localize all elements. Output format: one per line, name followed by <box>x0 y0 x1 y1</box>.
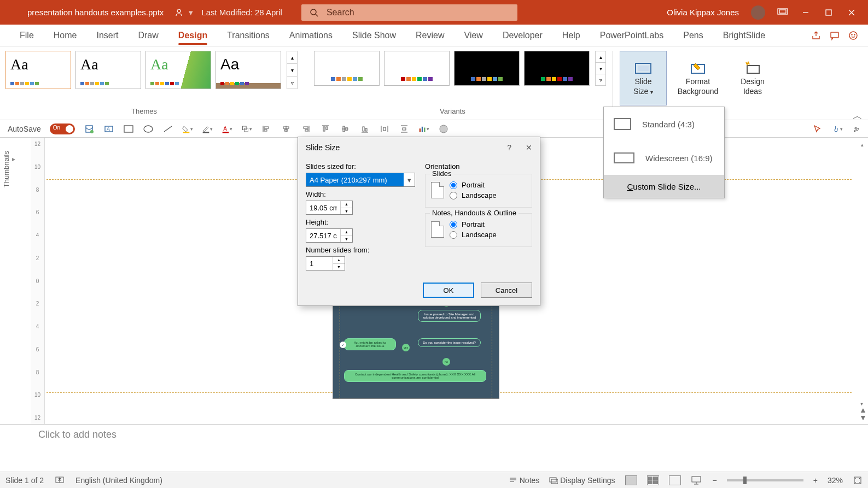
format-background-button[interactable]: Format Background <box>674 51 721 105</box>
number-spin-down[interactable]: ▼ <box>333 264 345 271</box>
width-spin-up[interactable]: ▲ <box>341 201 352 208</box>
reading-view-button[interactable] <box>669 475 681 485</box>
maximize-button[interactable] <box>823 7 834 18</box>
cancel-button[interactable]: Cancel <box>481 283 532 298</box>
variants-gallery-scroll[interactable]: ▴▾▿ <box>595 51 606 86</box>
save-icon[interactable] <box>84 124 95 134</box>
dialog-titlebar[interactable]: Slide Size ? ✕ <box>298 137 540 158</box>
tab-file[interactable]: File <box>10 25 44 46</box>
align-bottom-icon[interactable] <box>359 124 370 134</box>
slideshow-view-button[interactable] <box>691 475 703 485</box>
line-icon[interactable] <box>162 124 173 134</box>
tab-draw[interactable]: Draw <box>128 25 168 46</box>
chevron-down-icon[interactable]: ▾ <box>404 176 415 184</box>
tab-home[interactable]: Home <box>44 25 87 46</box>
slides-portrait-radio[interactable]: Portrait <box>450 181 497 189</box>
notes-pane[interactable]: Click to add notes <box>0 424 868 445</box>
prev-slide-icon[interactable]: ⯅ <box>860 408 866 414</box>
document-title[interactable]: presentation handouts examples.pptx ▾ <box>27 8 193 17</box>
height-spin-down[interactable]: ▼ <box>341 236 352 243</box>
shape-tool-icon[interactable] <box>438 124 449 134</box>
number-from-input[interactable] <box>306 257 333 270</box>
zoom-percent[interactable]: 32% <box>828 476 843 485</box>
normal-view-button[interactable] <box>625 475 637 485</box>
comments-icon[interactable] <box>830 31 840 40</box>
slide-preview[interactable]: no Issue passed to Site Manager and solu… <box>333 301 499 399</box>
scroll-down-icon[interactable]: ▾ <box>860 401 866 407</box>
dialog-close-button[interactable]: ✕ <box>526 143 532 152</box>
number-spin-up[interactable]: ▲ <box>333 257 345 264</box>
sorter-view-button[interactable] <box>647 475 659 485</box>
outline-color-icon[interactable]: ▾ <box>202 124 213 134</box>
theme-thumb-2[interactable]: Aa <box>75 51 141 89</box>
user-name-label[interactable]: Olivia Kippax Jones <box>667 8 739 17</box>
dialog-help-button[interactable]: ? <box>507 143 511 152</box>
variant-thumb-3[interactable] <box>454 51 520 86</box>
distribute-h-icon[interactable] <box>379 124 390 134</box>
language-label[interactable]: English (United Kingdom) <box>75 476 162 485</box>
select-arrow-icon[interactable] <box>812 124 823 134</box>
touch-mode-icon[interactable]: ▾ <box>832 124 843 134</box>
thumbnails-panel-tab[interactable]: Thumbnails <box>0 149 13 190</box>
tab-design[interactable]: Design <box>168 25 217 46</box>
themes-gallery-scroll[interactable]: ▴▾▿ <box>287 51 298 89</box>
design-ideas-button[interactable]: Design Ideas <box>729 51 776 105</box>
tab-brightslide[interactable]: BrightSlide <box>713 25 775 46</box>
variant-thumb-1[interactable] <box>314 51 380 86</box>
vertical-scrollbar[interactable]: ▴ <box>858 141 866 421</box>
notes-portrait-radio[interactable]: Portrait <box>450 220 497 228</box>
notes-toggle[interactable]: Notes <box>509 476 539 485</box>
align-center-icon[interactable] <box>281 124 292 134</box>
close-button[interactable] <box>846 7 857 18</box>
notes-landscape-radio[interactable]: Landscape <box>450 231 497 239</box>
tab-help[interactable]: Help <box>552 25 590 46</box>
distribute-v-icon[interactable] <box>399 124 410 134</box>
height-input[interactable] <box>306 229 340 242</box>
height-spinner[interactable]: ▲▼ <box>306 228 353 243</box>
slide-size-button[interactable]: Slide Size ▾ <box>620 51 667 105</box>
height-spin-up[interactable]: ▲ <box>341 229 352 236</box>
collapse-ribbon-caret[interactable]: ︿ <box>853 109 863 122</box>
ribbon-display-icon[interactable] <box>777 8 788 17</box>
rectangle-icon[interactable] <box>123 124 134 134</box>
variant-thumb-4[interactable] <box>524 51 590 86</box>
tab-insert[interactable]: Insert <box>86 25 128 46</box>
user-avatar[interactable] <box>751 5 765 20</box>
slide-counter[interactable]: Slide 1 of 2 <box>5 476 44 485</box>
number-from-spinner[interactable]: ▲▼ <box>306 256 345 271</box>
theme-thumb-1[interactable]: Aa <box>5 51 71 89</box>
slide-size-custom[interactable]: Custom Slide Size... <box>604 175 724 198</box>
width-spinner[interactable]: ▲▼ <box>306 201 353 215</box>
tab-pens[interactable]: Pens <box>673 25 713 46</box>
theme-thumb-4[interactable]: Aa <box>215 51 281 89</box>
qat-overflow-icon[interactable]: ⪢ <box>852 124 863 134</box>
brightslide-bars-icon[interactable]: ▾ <box>418 124 429 134</box>
share-icon[interactable] <box>811 31 821 40</box>
zoom-in-button[interactable]: + <box>813 476 818 485</box>
slide-size-widescreen[interactable]: Widescreen (16:9) <box>604 141 724 175</box>
align-right-icon[interactable] <box>300 124 311 134</box>
slides-landscape-radio[interactable]: Landscape <box>450 191 497 199</box>
tab-developer[interactable]: Developer <box>493 25 552 46</box>
zoom-out-button[interactable]: − <box>713 476 717 485</box>
text-box-icon[interactable]: A <box>103 124 114 134</box>
theme-thumb-3[interactable]: Aa <box>145 51 211 89</box>
ok-button[interactable]: OK <box>423 283 474 298</box>
tab-powerpointlabs[interactable]: PowerPointLabs <box>590 25 674 46</box>
fill-color-icon[interactable]: ▾ <box>182 124 193 134</box>
width-spin-down[interactable]: ▼ <box>341 208 352 215</box>
zoom-slider[interactable] <box>727 479 803 481</box>
thumbnails-expand-caret[interactable]: ▸ <box>12 155 15 163</box>
slide-size-standard[interactable]: Standard (4:3) <box>604 107 724 141</box>
tab-animations[interactable]: Animations <box>279 25 342 46</box>
autosave-toggle[interactable]: On <box>50 124 75 134</box>
display-settings[interactable]: Display Settings <box>549 476 615 485</box>
minimize-button[interactable] <box>800 7 811 18</box>
align-middle-icon[interactable] <box>340 124 351 134</box>
font-color-icon[interactable]: A ▾ <box>222 124 232 134</box>
smiley-icon[interactable] <box>848 31 858 40</box>
variant-thumb-2[interactable] <box>384 51 450 86</box>
tab-view[interactable]: View <box>455 25 493 46</box>
sized-for-select[interactable]: A4 Paper (210x297 mm) ▾ <box>306 173 415 187</box>
scroll-up-icon[interactable]: ▴ <box>858 141 866 149</box>
